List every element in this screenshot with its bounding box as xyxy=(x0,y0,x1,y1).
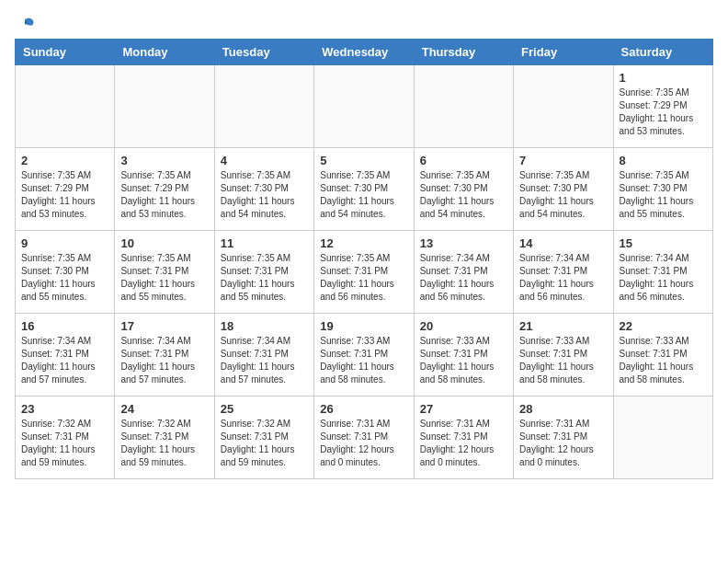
day-info: Sunrise: 7:35 AM Sunset: 7:30 PM Dayligh… xyxy=(21,252,108,304)
weekday-header-wednesday: Wednesday xyxy=(314,40,414,65)
calendar-cell: 5Sunrise: 7:35 AM Sunset: 7:30 PM Daylig… xyxy=(314,148,414,231)
day-number: 12 xyxy=(320,236,407,250)
calendar-cell: 6Sunrise: 7:35 AM Sunset: 7:30 PM Daylig… xyxy=(414,148,513,231)
day-number: 10 xyxy=(120,236,208,250)
calendar-cell xyxy=(115,65,214,148)
logo-bird-icon xyxy=(15,15,35,35)
calendar-cell: 12Sunrise: 7:35 AM Sunset: 7:31 PM Dayli… xyxy=(314,231,414,314)
day-info: Sunrise: 7:35 AM Sunset: 7:29 PM Dayligh… xyxy=(620,86,707,138)
calendar-cell: 22Sunrise: 7:33 AM Sunset: 7:31 PM Dayli… xyxy=(613,314,712,396)
day-number: 17 xyxy=(120,319,208,333)
day-info: Sunrise: 7:35 AM Sunset: 7:30 PM Dayligh… xyxy=(420,169,507,221)
day-info: Sunrise: 7:35 AM Sunset: 7:30 PM Dayligh… xyxy=(620,169,707,221)
calendar-table: SundayMondayTuesdayWednesdayThursdayFrid… xyxy=(15,39,713,479)
calendar-cell: 2Sunrise: 7:35 AM Sunset: 7:29 PM Daylig… xyxy=(16,148,115,231)
day-info: Sunrise: 7:31 AM Sunset: 7:31 PM Dayligh… xyxy=(519,418,607,469)
day-info: Sunrise: 7:31 AM Sunset: 7:31 PM Dayligh… xyxy=(420,418,507,469)
calendar-cell xyxy=(613,396,712,479)
calendar-cell: 4Sunrise: 7:35 AM Sunset: 7:30 PM Daylig… xyxy=(214,148,313,231)
day-info: Sunrise: 7:34 AM Sunset: 7:31 PM Dayligh… xyxy=(21,335,108,386)
day-info: Sunrise: 7:35 AM Sunset: 7:29 PM Dayligh… xyxy=(120,169,208,221)
calendar-week-row: 1Sunrise: 7:35 AM Sunset: 7:29 PM Daylig… xyxy=(16,65,713,148)
calendar-week-row: 2Sunrise: 7:35 AM Sunset: 7:29 PM Daylig… xyxy=(16,148,713,231)
calendar-cell: 14Sunrise: 7:34 AM Sunset: 7:31 PM Dayli… xyxy=(514,231,613,314)
day-number: 6 xyxy=(420,154,507,167)
day-info: Sunrise: 7:33 AM Sunset: 7:31 PM Dayligh… xyxy=(420,335,507,386)
day-number: 2 xyxy=(21,154,108,167)
day-info: Sunrise: 7:35 AM Sunset: 7:30 PM Dayligh… xyxy=(221,169,308,221)
day-number: 1 xyxy=(620,71,707,85)
day-number: 11 xyxy=(221,236,308,250)
day-info: Sunrise: 7:35 AM Sunset: 7:31 PM Dayligh… xyxy=(320,252,407,304)
day-info: Sunrise: 7:34 AM Sunset: 7:31 PM Dayligh… xyxy=(519,252,607,304)
day-number: 14 xyxy=(519,236,607,250)
weekday-header-saturday: Saturday xyxy=(613,40,712,65)
day-info: Sunrise: 7:33 AM Sunset: 7:31 PM Dayligh… xyxy=(320,335,407,386)
day-number: 25 xyxy=(221,402,308,416)
day-info: Sunrise: 7:33 AM Sunset: 7:31 PM Dayligh… xyxy=(620,335,707,386)
day-number: 4 xyxy=(221,154,308,167)
day-info: Sunrise: 7:34 AM Sunset: 7:31 PM Dayligh… xyxy=(420,252,507,304)
weekday-header-tuesday: Tuesday xyxy=(214,40,313,65)
day-info: Sunrise: 7:31 AM Sunset: 7:31 PM Dayligh… xyxy=(320,418,407,469)
calendar-cell: 23Sunrise: 7:32 AM Sunset: 7:31 PM Dayli… xyxy=(16,396,115,479)
day-info: Sunrise: 7:32 AM Sunset: 7:31 PM Dayligh… xyxy=(221,418,308,469)
weekday-header-sunday: Sunday xyxy=(16,40,115,65)
day-number: 9 xyxy=(21,236,108,250)
day-number: 7 xyxy=(519,154,607,167)
day-info: Sunrise: 7:35 AM Sunset: 7:30 PM Dayligh… xyxy=(519,169,607,221)
logo xyxy=(15,15,35,31)
day-number: 3 xyxy=(120,154,208,167)
calendar-cell: 15Sunrise: 7:34 AM Sunset: 7:31 PM Dayli… xyxy=(613,231,712,314)
calendar-week-row: 9Sunrise: 7:35 AM Sunset: 7:30 PM Daylig… xyxy=(16,231,713,314)
day-number: 13 xyxy=(420,236,507,250)
calendar-cell: 13Sunrise: 7:34 AM Sunset: 7:31 PM Dayli… xyxy=(414,231,513,314)
calendar-cell: 24Sunrise: 7:32 AM Sunset: 7:31 PM Dayli… xyxy=(115,396,214,479)
calendar-cell: 1Sunrise: 7:35 AM Sunset: 7:29 PM Daylig… xyxy=(613,65,712,148)
calendar-cell: 9Sunrise: 7:35 AM Sunset: 7:30 PM Daylig… xyxy=(16,231,115,314)
day-info: Sunrise: 7:34 AM Sunset: 7:31 PM Dayligh… xyxy=(620,252,707,304)
day-number: 19 xyxy=(320,319,407,333)
calendar-cell: 19Sunrise: 7:33 AM Sunset: 7:31 PM Dayli… xyxy=(314,314,414,396)
day-number: 5 xyxy=(320,154,407,167)
day-info: Sunrise: 7:32 AM Sunset: 7:31 PM Dayligh… xyxy=(21,418,108,469)
day-number: 22 xyxy=(620,319,707,333)
weekday-header-monday: Monday xyxy=(115,40,214,65)
calendar-cell: 8Sunrise: 7:35 AM Sunset: 7:30 PM Daylig… xyxy=(613,148,712,231)
calendar-cell: 17Sunrise: 7:34 AM Sunset: 7:31 PM Dayli… xyxy=(115,314,214,396)
day-info: Sunrise: 7:34 AM Sunset: 7:31 PM Dayligh… xyxy=(221,335,308,386)
calendar-cell: 20Sunrise: 7:33 AM Sunset: 7:31 PM Dayli… xyxy=(414,314,513,396)
calendar-cell xyxy=(314,65,414,148)
weekday-header-thursday: Thursday xyxy=(414,40,513,65)
calendar-week-row: 23Sunrise: 7:32 AM Sunset: 7:31 PM Dayli… xyxy=(16,396,713,479)
day-info: Sunrise: 7:33 AM Sunset: 7:31 PM Dayligh… xyxy=(519,335,607,386)
weekday-header-row: SundayMondayTuesdayWednesdayThursdayFrid… xyxy=(16,40,713,65)
day-number: 15 xyxy=(620,236,707,250)
calendar-cell xyxy=(514,65,613,148)
calendar-cell: 27Sunrise: 7:31 AM Sunset: 7:31 PM Dayli… xyxy=(414,396,513,479)
calendar-cell: 26Sunrise: 7:31 AM Sunset: 7:31 PM Dayli… xyxy=(314,396,414,479)
day-info: Sunrise: 7:32 AM Sunset: 7:31 PM Dayligh… xyxy=(120,418,208,469)
day-info: Sunrise: 7:35 AM Sunset: 7:31 PM Dayligh… xyxy=(221,252,308,304)
calendar-cell: 11Sunrise: 7:35 AM Sunset: 7:31 PM Dayli… xyxy=(214,231,313,314)
calendar-cell: 10Sunrise: 7:35 AM Sunset: 7:31 PM Dayli… xyxy=(115,231,214,314)
calendar-cell: 21Sunrise: 7:33 AM Sunset: 7:31 PM Dayli… xyxy=(514,314,613,396)
calendar-cell: 16Sunrise: 7:34 AM Sunset: 7:31 PM Dayli… xyxy=(16,314,115,396)
day-info: Sunrise: 7:35 AM Sunset: 7:31 PM Dayligh… xyxy=(120,252,208,304)
day-number: 23 xyxy=(21,402,108,416)
calendar-cell xyxy=(214,65,313,148)
day-info: Sunrise: 7:34 AM Sunset: 7:31 PM Dayligh… xyxy=(120,335,208,386)
day-number: 26 xyxy=(320,402,407,416)
day-number: 20 xyxy=(420,319,507,333)
day-number: 27 xyxy=(420,402,507,416)
calendar-cell xyxy=(16,65,115,148)
day-number: 16 xyxy=(21,319,108,333)
header-area xyxy=(15,15,713,31)
day-number: 28 xyxy=(519,402,607,416)
day-info: Sunrise: 7:35 AM Sunset: 7:29 PM Dayligh… xyxy=(21,169,108,221)
day-number: 24 xyxy=(120,402,208,416)
calendar-cell: 25Sunrise: 7:32 AM Sunset: 7:31 PM Dayli… xyxy=(214,396,313,479)
calendar-cell: 28Sunrise: 7:31 AM Sunset: 7:31 PM Dayli… xyxy=(514,396,613,479)
day-number: 18 xyxy=(221,319,308,333)
weekday-header-friday: Friday xyxy=(514,40,613,65)
